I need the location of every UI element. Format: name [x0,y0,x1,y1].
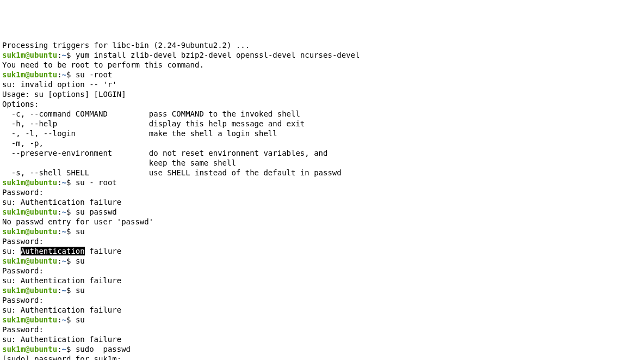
command-text: su [71,286,84,295]
prompt-line: suk1m@ubuntu:~$ su [2,256,642,266]
command-text: sudo passwd [71,345,131,353]
output-line: [sudo] password for suk1m: [2,354,642,360]
output-line: Password: [2,236,642,246]
prompt-path: ~ [62,257,66,265]
output-line: su: Authentication failure [2,197,642,207]
prompt-path: ~ [62,286,66,295]
output-line: keep the same shell [2,158,642,168]
output-line: -m, -p, [2,138,642,148]
output-line: Options: [2,99,642,109]
output-line: su: Authentication failure [2,305,642,315]
command-text: su passwd [71,208,116,216]
prompt-line: suk1m@ubuntu:~$ su - root [2,178,642,187]
output-line: You need to be root to perform this comm… [2,60,642,70]
prompt-userhost: suk1m@ubuntu [2,51,57,59]
command-text: su [71,227,84,236]
output-line: Processing triggers for libc-bin (2.24-9… [2,40,642,50]
command-text: yum install zlib-devel bzip2-devel opens… [71,51,360,59]
output-line: -h, --help display this help message and… [2,119,642,129]
output-line: No passwd entry for user 'passwd' [2,217,642,227]
prompt-path: ~ [62,178,66,187]
prompt-line: suk1m@ubuntu:~$ yum install zlib-devel b… [2,50,642,60]
prompt-userhost: suk1m@ubuntu [2,70,57,79]
output-line: Password: [2,325,642,334]
prompt-userhost: suk1m@ubuntu [2,178,57,187]
prompt-path: ~ [62,315,66,324]
prompt-path: ~ [62,51,66,59]
prompt-path: ~ [62,345,66,353]
prompt-line: suk1m@ubuntu:~$ su [2,315,642,325]
terminal-output[interactable]: Processing triggers for libc-bin (2.24-9… [2,40,642,360]
prompt-path: ~ [62,227,66,236]
command-text: su [71,257,84,265]
prompt-line: suk1m@ubuntu:~$ sudo passwd [2,344,642,354]
output-line: -c, --command COMMAND pass COMMAND to th… [2,109,642,119]
prompt-userhost: suk1m@ubuntu [2,257,57,265]
command-text: su -root [71,70,112,79]
prompt-userhost: suk1m@ubuntu [2,345,57,353]
prompt-userhost: suk1m@ubuntu [2,227,57,236]
output-line: Password: [2,295,642,305]
output-line: Password: [2,187,642,197]
prompt-userhost: suk1m@ubuntu [2,315,57,324]
output-line: su: Authentication failure [2,276,642,285]
prompt-userhost: suk1m@ubuntu [2,286,57,295]
prompt-line: suk1m@ubuntu:~$ su -root [2,70,642,80]
prompt-path: ~ [62,70,66,79]
output-line: --preserve-environment do not reset envi… [2,148,642,158]
command-text: su [71,315,84,324]
prompt-userhost: suk1m@ubuntu [2,208,57,216]
output-line: su: Authentication failure [2,334,642,344]
prompt-line: suk1m@ubuntu:~$ su [2,227,642,236]
output-line: -s, --shell SHELL use SHELL instead of t… [2,168,642,178]
output-line: -, -l, --login make the shell a login sh… [2,129,642,138]
output-line: Usage: su [options] [LOGIN] [2,89,642,99]
output-line: su: invalid option -- 'r' [2,80,642,89]
highlighted-text: Authentication [21,247,85,255]
output-line: su: Authentication failure [2,246,642,256]
prompt-path: ~ [62,208,66,216]
output-line: Password: [2,266,642,276]
prompt-line: suk1m@ubuntu:~$ su [2,285,642,295]
command-text: su - root [71,178,116,187]
prompt-line: suk1m@ubuntu:~$ su passwd [2,207,642,217]
